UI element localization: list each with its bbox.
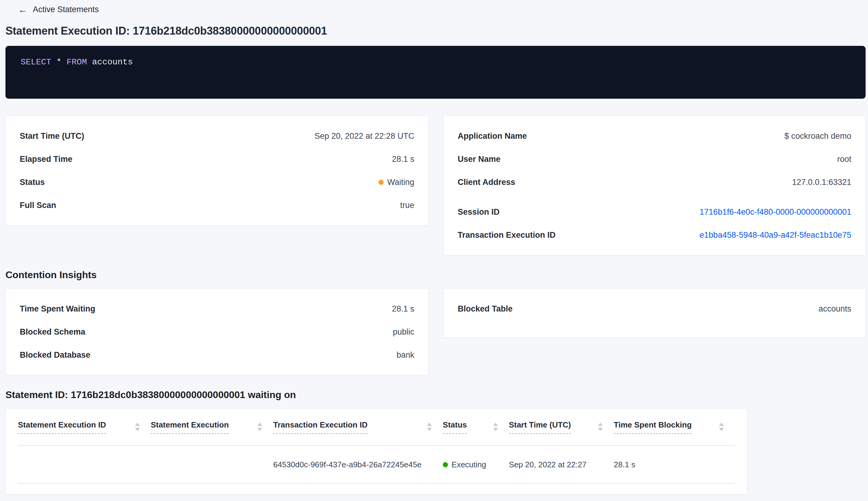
column-label: Statement Execution ID — [18, 420, 106, 434]
waiting-on-table: Statement Execution ID Statement Executi… — [6, 408, 747, 494]
spacer — [458, 194, 851, 200]
td-transaction-execution-id: 64530d0c-969f-437e-a9b4-26a72245e45e — [273, 460, 443, 469]
client-address-value: 127.0.0.1:63321 — [792, 178, 851, 187]
blocked-schema-label: Blocked Schema — [20, 327, 85, 337]
application-name-label: Application Name — [458, 131, 527, 141]
session-details-card: Application Name $ cockroach demo User N… — [443, 116, 866, 255]
column-header-statement-execution[interactable]: Statement Execution — [151, 420, 273, 434]
application-name-value: $ cockroach demo — [784, 131, 851, 141]
blocked-database-value: bank — [397, 350, 414, 360]
td-time-spent-blocking: 28.1 s — [614, 460, 735, 469]
blocked-table-value: accounts — [818, 304, 851, 314]
sort-icon[interactable] — [427, 423, 432, 431]
time-spent-waiting-value: 28.1 s — [392, 304, 414, 314]
transaction-execution-id-link[interactable]: e1bba458-5948-40a9-a42f-5feac1b10e75 — [699, 231, 851, 240]
row-application-name: Application Name $ cockroach demo — [458, 125, 851, 148]
full-scan-value: true — [400, 201, 414, 210]
blocked-table-label: Blocked Table — [458, 304, 513, 314]
user-name-label: User Name — [458, 154, 500, 164]
row-status: Status Waiting — [20, 171, 414, 194]
statement-overview-card: Start Time (UTC) Sep 20, 2022 at 22:28 U… — [6, 116, 428, 226]
breadcrumb: ← Active Statements — [6, 0, 866, 14]
statement-sql-box: SELECT * FROM accounts — [6, 46, 866, 99]
column-label: Start Time (UTC) — [509, 420, 571, 434]
column-label: Transaction Execution ID — [273, 420, 368, 434]
column-header-start-time[interactable]: Start Time (UTC) — [509, 420, 614, 434]
td-start-time: Sep 20, 2022 at 22:27 — [509, 460, 614, 469]
row-blocked-schema: Blocked Schema public — [20, 320, 414, 343]
column-label: Status — [443, 420, 467, 434]
sort-icon[interactable] — [719, 423, 724, 431]
column-label: Statement Execution — [151, 420, 229, 434]
status-value: Executing — [452, 460, 486, 469]
table-header-row: Statement Execution ID Statement Executi… — [18, 409, 735, 446]
executing-status-dot-icon — [443, 462, 448, 467]
session-id-label: Session ID — [458, 207, 500, 217]
sort-icon[interactable] — [598, 423, 603, 431]
column-label: Time Spent Blocking — [614, 420, 692, 434]
start-time-label: Start Time (UTC) — [20, 131, 84, 141]
column-header-time-spent-blocking[interactable]: Time Spent Blocking — [614, 420, 735, 434]
sql-keyword: SELECT — [21, 57, 51, 67]
active-statement-details-page: ← Active Statements Statement Execution … — [0, 0, 868, 494]
table-row: 64530d0c-969f-437e-a9b4-26a72245e45e Exe… — [18, 446, 735, 484]
column-header-transaction-execution-id[interactable]: Transaction Execution ID — [273, 420, 443, 434]
session-id-link[interactable]: 1716b1f6-4e0c-f480-0000-000000000001 — [699, 207, 851, 217]
contention-cards-row: Time Spent Waiting 28.1 s Blocked Schema… — [6, 288, 866, 375]
back-arrow-icon[interactable]: ← — [18, 5, 27, 14]
sort-icon[interactable] — [257, 423, 262, 431]
contention-details-card: Time Spent Waiting 28.1 s Blocked Schema… — [6, 288, 428, 375]
td-status: Executing — [443, 460, 509, 469]
sql-text: accounts — [87, 57, 133, 67]
row-transaction-execution-id: Transaction Execution ID e1bba458-5948-4… — [458, 223, 851, 247]
sort-icon[interactable] — [493, 423, 498, 431]
page-title: Statement Execution ID: 1716b218dc0b3838… — [6, 24, 866, 38]
row-blocked-database: Blocked Database bank — [20, 343, 414, 366]
transaction-execution-id-label: Transaction Execution ID — [458, 231, 556, 240]
row-elapsed-time: Elapsed Time 28.1 s — [20, 148, 414, 171]
elapsed-time-value: 28.1 s — [392, 154, 414, 164]
row-client-address: Client Address 127.0.0.1:63321 — [458, 171, 851, 194]
time-spent-waiting-label: Time Spent Waiting — [20, 304, 95, 314]
row-session-id: Session ID 1716b1f6-4e0c-f480-0000-00000… — [458, 200, 851, 223]
sql-keyword: FROM — [66, 57, 87, 67]
overview-cards-row: Start Time (UTC) Sep 20, 2022 at 22:28 U… — [6, 116, 866, 255]
status-label: Status — [20, 178, 45, 187]
sort-icon[interactable] — [135, 423, 140, 431]
status-badge: Waiting — [378, 178, 414, 187]
back-link-active-statements[interactable]: Active Statements — [33, 5, 99, 14]
status-value: Waiting — [387, 178, 414, 187]
contention-insights-heading: Contention Insights — [6, 269, 866, 280]
column-header-status[interactable]: Status — [443, 420, 509, 434]
blocked-table-card: Blocked Table accounts — [443, 288, 866, 338]
waiting-status-dot-icon — [378, 180, 384, 185]
row-full-scan: Full Scan true — [20, 194, 414, 217]
column-header-statement-execution-id[interactable]: Statement Execution ID — [18, 420, 151, 434]
blocked-schema-value: public — [393, 327, 414, 337]
full-scan-label: Full Scan — [20, 201, 56, 210]
client-address-label: Client Address — [458, 178, 516, 187]
start-time-value: Sep 20, 2022 at 22:28 UTC — [314, 131, 414, 141]
row-time-spent-waiting: Time Spent Waiting 28.1 s — [20, 297, 414, 320]
blocked-database-label: Blocked Database — [20, 350, 90, 360]
row-start-time: Start Time (UTC) Sep 20, 2022 at 22:28 U… — [20, 125, 414, 148]
waiting-on-heading: Statement ID: 1716b218dc0b38380000000000… — [6, 389, 866, 401]
row-user-name: User Name root — [458, 148, 851, 171]
elapsed-time-label: Elapsed Time — [20, 154, 73, 164]
sql-text: * — [51, 57, 66, 67]
row-blocked-table: Blocked Table accounts — [458, 297, 851, 320]
user-name-value: root — [837, 154, 851, 164]
